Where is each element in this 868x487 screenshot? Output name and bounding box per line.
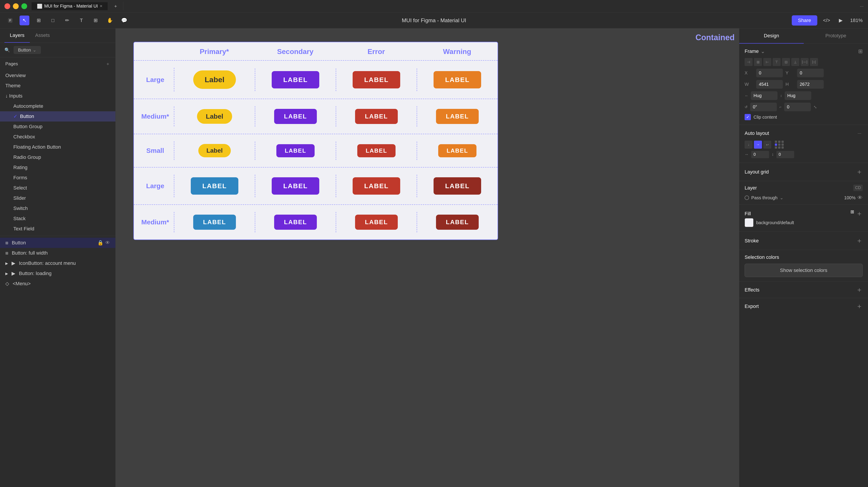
minimize-button[interactable] [13,3,19,9]
add-stroke-button[interactable]: ＋ [856,236,863,245]
add-export-button[interactable]: ＋ [856,302,863,311]
v-spacing-input[interactable] [776,151,794,158]
btn-secondary-large[interactable]: LABEL [272,71,319,89]
distribute-h-icon[interactable]: |↔| [801,58,809,66]
tab-assets[interactable]: Assets [30,28,55,43]
page-item-rating[interactable]: Rating [0,162,115,173]
page-item-stack[interactable]: Stack [0,214,115,224]
add-effect-button[interactable]: ＋ [856,285,863,294]
tab-layers[interactable]: Layers [4,28,30,43]
code-icon[interactable]: </> [822,15,832,25]
page-item-slider[interactable]: Slider [0,193,115,203]
zoom-level[interactable]: 181% [850,18,863,23]
btn-secondary-medium[interactable]: LABEL [274,109,317,124]
layer-item-button-full[interactable]: ⊞ Button: full width [0,248,115,258]
layout-down-icon[interactable]: ↓ [745,141,753,149]
btn-primary-medium[interactable]: Label [197,109,232,124]
layout-right-icon[interactable]: → [754,141,762,149]
play-icon[interactable]: ▶ [836,15,846,25]
w-input[interactable] [756,80,783,89]
hand-tool-icon[interactable]: ✋ [105,15,115,25]
show-selection-colors-button[interactable]: Show selection colors [745,264,863,277]
x-input[interactable] [756,69,783,77]
more-options-icon[interactable]: ··· [860,4,864,9]
btn-warning-large[interactable]: LABEL [434,71,481,89]
page-item-textfield[interactable]: Text Field [0,224,115,234]
layer-item-button[interactable]: ⊞ Button 🔒 👁 [0,238,115,248]
add-layout-grid-button[interactable]: ＋ [856,167,863,176]
btn-secondary-medium-2[interactable]: LABEL [274,215,317,230]
page-item-select[interactable]: Select [0,183,115,193]
btn-error-large[interactable]: LABEL [352,71,400,89]
btn-warning-small[interactable]: LABEL [438,144,477,157]
btn-primary-medium-2[interactable]: LABEL [193,215,236,230]
btn-secondary-large-2[interactable]: LABEL [272,177,319,195]
page-item-button-group[interactable]: Button Group [0,122,115,132]
fill-add-icon[interactable]: ⊞ [850,209,854,218]
close-button[interactable] [4,3,10,9]
canvas-area[interactable]: Contained Primary* Secondary Error Warni… [116,28,739,487]
pen-tool-icon[interactable]: ✏ [62,15,72,25]
select-tool-icon[interactable]: ↖ [20,15,29,25]
h-spacing-input[interactable] [751,151,769,158]
clip-content-checkbox[interactable]: ✓ [745,114,751,120]
layer-item-button-loading[interactable]: ▶ ▶ Button: loading [0,268,115,279]
add-fill-button[interactable]: ＋ [856,209,863,218]
comment-tool-icon[interactable]: 💬 [119,15,129,25]
align-left-icon[interactable]: ⊣ [745,58,753,66]
page-item-inputs[interactable]: ↓ Inputs [0,91,115,101]
btn-warning-medium-2[interactable]: LABEL [436,215,478,230]
shape-tool-icon[interactable]: □ [48,15,58,25]
corner-input[interactable] [784,103,811,111]
y-input[interactable] [797,69,824,77]
text-tool-icon[interactable]: T [76,15,86,25]
fill-color-swatch[interactable] [745,218,753,227]
page-item-fab[interactable]: Floating Action Button [0,142,115,152]
btn-warning-large-2[interactable]: LABEL [434,177,481,195]
btn-secondary-small[interactable]: LABEL [276,144,315,157]
page-item-radio[interactable]: Radio Group [0,152,115,162]
btn-primary-large[interactable]: Label [193,70,236,89]
tab-prototype[interactable]: Prototype [804,28,868,43]
page-item-switch[interactable]: Switch [0,203,115,214]
page-item-forms[interactable]: Forms [0,173,115,183]
tab-close-icon[interactable]: ✕ [100,4,102,8]
visibility-icon[interactable]: 👁 [857,195,863,201]
btn-error-medium[interactable]: LABEL [355,109,398,124]
btn-primary-small[interactable]: Label [198,144,230,157]
opacity-value[interactable]: 100% [844,195,856,200]
resize-icon[interactable]: ⤡ [813,105,817,109]
new-tab-button[interactable]: ＋ [108,2,123,10]
maximize-button[interactable] [21,3,27,9]
page-item-theme[interactable]: Theme [0,80,115,91]
align-icon[interactable]: ⊞ [858,48,863,55]
layer-mode-label[interactable]: Pass through [751,195,777,200]
frame-tool-icon[interactable]: ⊞ [34,15,43,25]
btn-error-medium-2[interactable]: LABEL [355,215,398,230]
page-item-button[interactable]: ✓ Button [0,111,115,122]
search-icon[interactable]: 🔍 [4,47,10,53]
active-tab[interactable]: ⬜ MUI for Figma - Material UI ✕ [32,2,108,10]
hug-y-input[interactable] [785,91,811,100]
align-top-icon[interactable]: ⊤ [773,58,781,66]
more-options-button[interactable]: ··· [856,129,863,137]
layer-item-menu[interactable]: ◇ <Menu> [0,279,115,289]
share-button[interactable]: Share [792,15,817,26]
btn-warning-medium[interactable]: LABEL [436,109,478,124]
tab-design[interactable]: Design [739,28,804,43]
page-item-overview[interactable]: Overview [0,70,115,80]
rotation-input[interactable] [750,103,777,111]
figma-logo-icon[interactable]: F [5,15,15,25]
btn-error-small[interactable]: LABEL [357,144,396,157]
align-center-v-icon[interactable]: ⊟ [782,58,790,66]
assets-tool-icon[interactable]: ⊞ [91,15,100,25]
distribute-v-icon[interactable]: |↕| [810,58,818,66]
layer-visible-icon[interactable]: 👁 [105,240,110,246]
h-input[interactable] [797,80,824,89]
align-right-icon[interactable]: ⊢ [763,58,771,66]
add-page-icon[interactable]: ＋ [105,61,110,67]
page-item-checkbox[interactable]: Checkbox [0,132,115,142]
btn-error-large-2[interactable]: LABEL [352,177,400,195]
align-center-h-icon[interactable]: ⊞ [754,58,762,66]
layout-wrap-icon[interactable]: ↩ [763,141,771,149]
